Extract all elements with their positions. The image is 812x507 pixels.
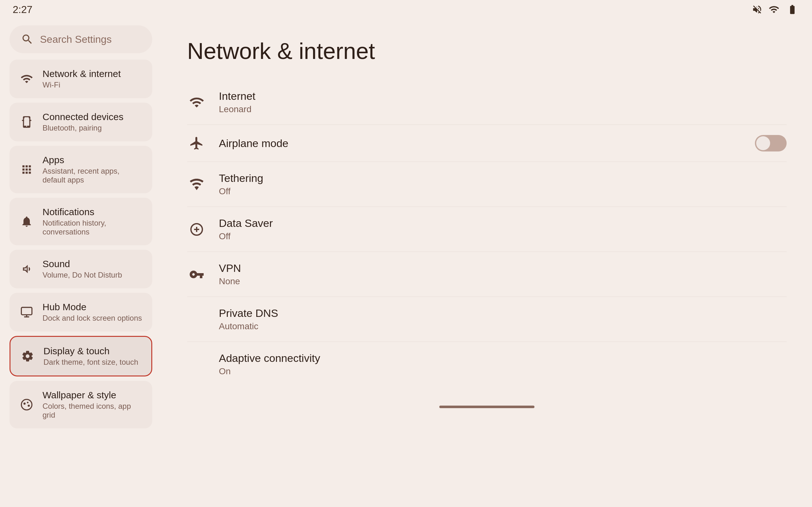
scroll-bar bbox=[439, 406, 535, 408]
search-placeholder: Search Settings bbox=[40, 34, 112, 45]
connected-title: Connected devices bbox=[43, 112, 123, 122]
privatedns-item[interactable]: Private DNS Automatic bbox=[187, 297, 786, 342]
privatedns-title: Private DNS bbox=[219, 307, 786, 320]
wallpaper-subtitle: Colors, themed icons, app grid bbox=[43, 402, 142, 419]
sidebar-item-connected[interactable]: Connected devices Bluetooth, pairing bbox=[9, 103, 152, 141]
tethering-title: Tethering bbox=[219, 172, 786, 184]
apps-title: Apps bbox=[43, 155, 142, 165]
internet-icon bbox=[187, 95, 206, 110]
wallpaper-nav-icon bbox=[20, 398, 34, 411]
datasaver-title: Data Saver bbox=[219, 217, 786, 229]
tethering-icon bbox=[187, 177, 206, 192]
airplane-toggle[interactable] bbox=[755, 135, 786, 152]
apps-nav-icon bbox=[20, 163, 34, 176]
display-title: Display & touch bbox=[44, 346, 138, 356]
internet-title: Internet bbox=[219, 90, 786, 102]
mute-icon bbox=[752, 4, 763, 15]
airplane-title: Airplane mode bbox=[219, 137, 742, 150]
sound-nav-icon bbox=[20, 263, 34, 275]
hubmode-subtitle: Dock and lock screen options bbox=[43, 314, 142, 323]
adaptive-title: Adaptive connectivity bbox=[219, 352, 786, 364]
datasaver-subtitle: Off bbox=[219, 231, 786, 241]
airplane-toggle-container bbox=[755, 135, 786, 152]
sidebar-item-network[interactable]: Network & internet Wi-Fi bbox=[9, 60, 152, 98]
adaptive-item[interactable]: Adaptive connectivity On bbox=[187, 342, 786, 387]
datasaver-item[interactable]: Data Saver Off bbox=[187, 207, 786, 251]
search-icon bbox=[21, 33, 34, 46]
display-subtitle: Dark theme, font size, touch bbox=[44, 358, 138, 367]
notifications-nav-icon bbox=[20, 215, 34, 228]
sidebar-item-sound[interactable]: Sound Volume, Do Not Disturb bbox=[9, 250, 152, 288]
sidebar: Search Settings Network & internet Wi-Fi bbox=[0, 19, 162, 507]
apps-subtitle: Assistant, recent apps, default apps bbox=[43, 167, 142, 184]
content-panel: Network & internet Internet Leonard Airp… bbox=[162, 19, 812, 507]
vpn-subtitle: None bbox=[219, 276, 786, 286]
sound-subtitle: Volume, Do Not Disturb bbox=[43, 271, 122, 279]
wifi-icon bbox=[768, 4, 780, 15]
connected-subtitle: Bluetooth, pairing bbox=[43, 124, 123, 132]
internet-item[interactable]: Internet Leonard bbox=[187, 80, 786, 124]
tethering-subtitle: Off bbox=[219, 186, 786, 196]
privatedns-subtitle: Automatic bbox=[219, 321, 786, 331]
adaptive-subtitle: On bbox=[219, 366, 786, 377]
airplane-item[interactable]: Airplane mode bbox=[187, 124, 786, 162]
vpn-item[interactable]: VPN None bbox=[187, 251, 786, 297]
sidebar-item-wallpaper[interactable]: Wallpaper & style Colors, themed icons, … bbox=[9, 381, 152, 429]
datasaver-icon bbox=[187, 222, 206, 237]
svg-point-5 bbox=[27, 402, 29, 403]
display-nav-icon bbox=[20, 350, 35, 362]
hub-nav-icon bbox=[20, 306, 34, 319]
sidebar-item-notifications[interactable]: Notifications Notification history, conv… bbox=[9, 198, 152, 245]
svg-rect-2 bbox=[21, 307, 32, 315]
content-title: Network & internet bbox=[187, 38, 786, 64]
main-layout: Search Settings Network & internet Wi-Fi bbox=[0, 0, 812, 507]
vpn-icon bbox=[187, 267, 206, 282]
sound-title: Sound bbox=[43, 259, 122, 269]
hubmode-title: Hub Mode bbox=[43, 302, 142, 313]
svg-point-3 bbox=[21, 399, 32, 410]
status-icons bbox=[752, 4, 799, 15]
connected-nav-icon bbox=[20, 116, 34, 128]
sidebar-item-display[interactable]: Display & touch Dark theme, font size, t… bbox=[9, 336, 152, 377]
toggle-knob bbox=[756, 136, 770, 150]
network-subtitle: Wi-Fi bbox=[43, 80, 121, 89]
wallpaper-title: Wallpaper & style bbox=[43, 390, 142, 400]
network-title: Network & internet bbox=[43, 68, 121, 79]
status-bar: 2:27 bbox=[0, 0, 812, 19]
sidebar-item-hubmode[interactable]: Hub Mode Dock and lock screen options bbox=[9, 293, 152, 331]
tethering-item[interactable]: Tethering Off bbox=[187, 162, 786, 207]
vpn-title: VPN bbox=[219, 262, 786, 274]
scroll-indicator bbox=[187, 399, 786, 408]
notifications-title: Notifications bbox=[43, 207, 142, 217]
battery-icon bbox=[785, 4, 799, 15]
sidebar-item-apps[interactable]: Apps Assistant, recent apps, default app… bbox=[9, 146, 152, 193]
airplane-icon bbox=[187, 135, 206, 151]
search-bar[interactable]: Search Settings bbox=[9, 25, 152, 53]
status-time: 2:27 bbox=[13, 4, 32, 15]
wifi-nav-icon bbox=[20, 72, 34, 85]
notifications-subtitle: Notification history, conversations bbox=[43, 219, 142, 236]
svg-point-6 bbox=[28, 405, 30, 407]
internet-subtitle: Leonard bbox=[219, 104, 786, 114]
svg-point-4 bbox=[23, 402, 26, 405]
